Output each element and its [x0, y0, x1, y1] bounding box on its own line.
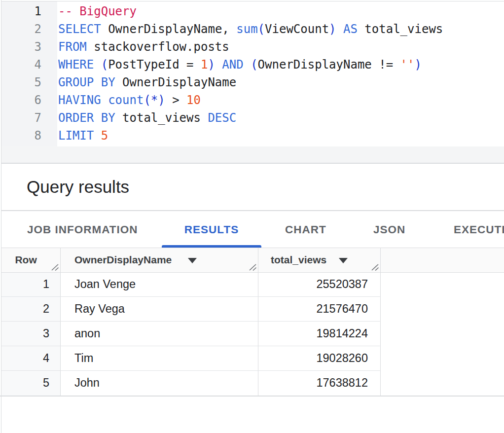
- cell-row-number: 2: [1, 297, 61, 321]
- code-token: OwnerDisplayName,: [101, 22, 237, 36]
- tab-results[interactable]: RESULTS: [184, 213, 239, 247]
- code-token: [94, 58, 101, 72]
- cell-total-views: 21576470: [258, 297, 381, 321]
- column-resize-handle-icon[interactable]: [371, 263, 379, 271]
- line-number: 1: [12, 2, 41, 20]
- code-token: (: [251, 58, 257, 72]
- code-token: AS: [336, 22, 358, 36]
- results-table-header: Row OwnerDisplayName total_views: [1, 248, 504, 273]
- tab-chart[interactable]: CHART: [285, 213, 326, 247]
- sql-editor[interactable]: 12345678 -- BigQuerySELECT OwnerDisplayN…: [1, 1, 504, 146]
- column-dropdown-arrow-icon[interactable]: [339, 258, 348, 263]
- code-token: total_views: [115, 111, 208, 125]
- query-results-header: Query results: [1, 164, 504, 210]
- query-results-title: Query results: [27, 177, 129, 197]
- tab-job-information[interactable]: JOB INFORMATION: [27, 213, 138, 247]
- line-number: 4: [12, 56, 41, 73]
- cell-row-number: 3: [1, 322, 61, 346]
- cell-row-number: 1: [1, 273, 61, 297]
- code-line[interactable]: SELECT OwnerDisplayName, sum(ViewCount) …: [58, 20, 443, 38]
- code-token: OwnerDisplayName: [115, 75, 237, 89]
- code-token: sum: [236, 22, 257, 36]
- line-number: 7: [12, 109, 41, 127]
- code-token: ORDER BY: [58, 111, 115, 125]
- code-token: AND: [215, 58, 244, 72]
- tab-json[interactable]: JSON: [373, 213, 405, 247]
- code-line[interactable]: FROM stackoverflow.posts: [58, 38, 229, 56]
- code-token: -- BigQuery: [58, 4, 137, 18]
- cell-total-views: 25520387: [258, 273, 381, 297]
- code-token: 10: [186, 93, 201, 107]
- code-token: [244, 58, 251, 72]
- code-token: ): [329, 22, 336, 36]
- cell-owner-display-name: Ray Vega: [61, 297, 258, 321]
- column-header-row-label: Row: [15, 254, 36, 266]
- code-token: PostTypeId =: [108, 58, 201, 72]
- column-header-row[interactable]: Row: [1, 248, 61, 272]
- cell-total-views: 17638812: [258, 371, 381, 396]
- code-line[interactable]: HAVING count(*) > 10: [58, 91, 201, 109]
- code-token: DESC: [208, 111, 236, 125]
- column-resize-handle-icon[interactable]: [249, 263, 257, 271]
- code-token: stackoverflow.posts: [87, 40, 229, 54]
- code-token: ): [414, 58, 421, 72]
- code-token: (*): [144, 93, 165, 107]
- line-number: 3: [12, 38, 41, 56]
- cell-owner-display-name: John: [61, 371, 258, 396]
- tab-execution-details[interactable]: EXECUTION DETAILS: [454, 213, 504, 247]
- code-line[interactable]: -- BigQuery: [58, 2, 137, 20]
- panel-left-border: [1, 0, 1, 433]
- table-bottom-border: [0, 396, 504, 397]
- column-header-ownerdisplayname-label: OwnerDisplayName: [74, 254, 180, 266]
- code-token: (: [101, 58, 108, 72]
- editor-line-number-gutter: 12345678: [1, 1, 57, 146]
- code-token: LIMIT: [58, 129, 94, 143]
- code-line[interactable]: GROUP BY OwnerDisplayName: [58, 73, 236, 91]
- table-row[interactable]: 4Tim19028260: [1, 346, 381, 371]
- code-line[interactable]: ORDER BY total_views DESC: [58, 109, 236, 127]
- editor-code-area[interactable]: -- BigQuerySELECT OwnerDisplayName, sum(…: [58, 1, 504, 146]
- cell-row-number: 4: [1, 346, 61, 370]
- code-token: WHERE: [58, 58, 94, 72]
- code-token: SELECT: [58, 22, 101, 36]
- cell-owner-display-name: anon: [61, 322, 258, 346]
- code-token: >: [165, 93, 186, 107]
- code-token: ViewCount: [265, 22, 329, 36]
- code-token: GROUP BY: [58, 75, 115, 89]
- column-resize-handle-icon[interactable]: [51, 263, 59, 271]
- code-token: 5: [101, 129, 108, 143]
- code-token: HAVING count: [58, 93, 144, 107]
- cell-owner-display-name: Tim: [61, 346, 258, 370]
- code-token: total_views: [358, 22, 443, 36]
- column-header-empty: [381, 248, 504, 272]
- line-number: 5: [12, 73, 41, 91]
- cell-row-number: 5: [1, 371, 61, 396]
- column-header-ownerdisplayname[interactable]: OwnerDisplayName: [61, 248, 258, 272]
- cell-total-views: 19028260: [258, 346, 381, 370]
- column-dropdown-arrow-icon[interactable]: [188, 258, 197, 263]
- editor-bottom-strip: [1, 146, 504, 163]
- table-row[interactable]: 2Ray Vega21576470: [1, 297, 381, 322]
- line-number: 2: [12, 20, 41, 38]
- line-number: 8: [12, 127, 41, 144]
- code-line[interactable]: LIMIT 5: [58, 127, 108, 144]
- column-header-totalviews-label: total_views: [271, 254, 331, 266]
- code-token: ): [208, 58, 215, 72]
- table-row[interactable]: 3anon19814224: [1, 322, 381, 346]
- line-number: 6: [12, 91, 41, 109]
- column-header-totalviews[interactable]: total_views: [258, 248, 381, 272]
- cell-total-views: 19814224: [258, 322, 381, 346]
- code-line[interactable]: WHERE (PostTypeId = 1) AND (OwnerDisplay…: [58, 56, 422, 73]
- results-table-body: 1Joan Venge255203872Ray Vega215764703ano…: [1, 273, 504, 396]
- results-tab-bar: JOB INFORMATION RESULTS CHART JSON EXECU…: [0, 211, 504, 248]
- code-token: 1: [201, 58, 208, 72]
- bigquery-panel: 12345678 -- BigQuerySELECT OwnerDisplayN…: [0, 0, 504, 433]
- cell-owner-display-name: Joan Venge: [61, 273, 258, 297]
- code-token: [94, 129, 101, 143]
- code-token: (: [258, 22, 265, 36]
- table-row[interactable]: 1Joan Venge25520387: [1, 273, 381, 297]
- code-token: '': [400, 58, 415, 72]
- table-row[interactable]: 5John17638812: [1, 371, 381, 396]
- code-token: OwnerDisplayName !=: [258, 58, 400, 72]
- code-token: FROM: [58, 40, 87, 54]
